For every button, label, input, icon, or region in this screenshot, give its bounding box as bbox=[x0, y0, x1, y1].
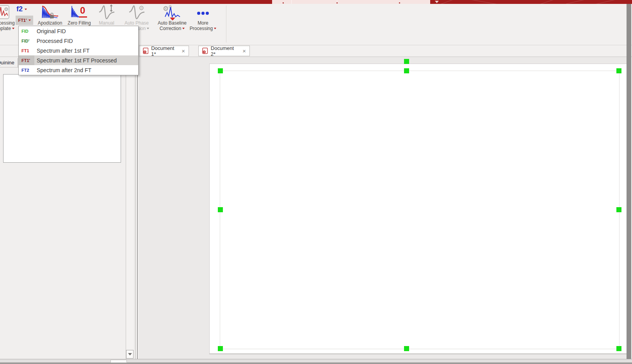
svg-text:⚙: ⚙ bbox=[4, 6, 9, 12]
scrollbar-down-button[interactable] bbox=[126, 350, 134, 359]
spectrum-state-label: FT1' bbox=[18, 18, 27, 23]
processing-template-label-2: Template bbox=[0, 26, 11, 31]
menu-item-spectrum-after-2nd-ft[interactable]: FT2 Spectrum after 2nd FT bbox=[19, 65, 138, 75]
thumbnail-spectrum bbox=[4, 75, 121, 162]
page-tab-quinine[interactable]: Quinine bbox=[0, 58, 18, 67]
ribbon-bar-pattern bbox=[410, 0, 632, 4]
menu-item-original-fid[interactable]: FID Original FID bbox=[19, 26, 138, 36]
zero-filling-icon: 0 bbox=[70, 4, 88, 20]
dimension-selector-button[interactable]: f2 bbox=[16, 5, 27, 13]
more-processing-icon bbox=[194, 4, 212, 20]
selection-handle-page-top[interactable] bbox=[404, 59, 409, 64]
auto-phase-label-1: Auto Phase bbox=[122, 20, 151, 26]
menu-item-label: Spectrum after 1st FT Processed bbox=[37, 57, 117, 64]
panel-splitter[interactable] bbox=[137, 57, 138, 359]
tab-document-2[interactable]: Document 2* × bbox=[198, 46, 250, 56]
spectrum-state-selector-button[interactable]: FT1' bbox=[16, 16, 33, 25]
selection-handle-top-left[interactable] bbox=[218, 68, 223, 73]
auto-baseline-icon: ⚙ ⚙ bbox=[162, 4, 182, 20]
dropdown-caret-icon bbox=[12, 28, 14, 29]
close-icon[interactable]: × bbox=[242, 48, 246, 53]
horizontal-scrollbar[interactable] bbox=[0, 359, 632, 362]
menu-badge: FT2 bbox=[19, 65, 34, 75]
apodization-label: Apodization bbox=[36, 20, 64, 26]
dropdown-caret-icon bbox=[28, 20, 31, 21]
horizontal-scrollbar-thumb[interactable] bbox=[110, 360, 127, 363]
document-icon bbox=[202, 48, 208, 54]
page-thumbnail[interactable] bbox=[3, 74, 121, 163]
page-shadow-strip bbox=[627, 4, 631, 359]
menu-item-spectrum-after-1st-ft-processed[interactable]: FT1' Spectrum after 1st FT Processed bbox=[19, 55, 138, 65]
menu-item-processed-fid[interactable]: FID' Processed FID bbox=[19, 36, 138, 46]
ribbon-tab-text-remnant bbox=[283, 2, 284, 4]
ribbon-tab-text-remnant bbox=[336, 2, 338, 4]
tab-document-1[interactable]: Document 1* × bbox=[139, 46, 189, 56]
selection-handle-top-mid[interactable] bbox=[404, 68, 409, 73]
ribbon-group-separator bbox=[226, 5, 226, 43]
auto-baseline-correction-button[interactable]: ⚙ ⚙ Auto Baseline Correction bbox=[155, 4, 190, 44]
panel-splitter[interactable] bbox=[135, 57, 135, 359]
dimension-label: f2 bbox=[16, 5, 23, 13]
selection-handle-bottom-right[interactable] bbox=[616, 346, 621, 351]
processing-template-icon: ⚙ bbox=[0, 4, 10, 20]
selection-handle-mid-right[interactable] bbox=[616, 207, 621, 212]
page-tab-border bbox=[0, 67, 18, 67]
close-icon[interactable]: × bbox=[182, 48, 185, 53]
menu-badge: FID' bbox=[19, 36, 34, 46]
menu-badge: FID bbox=[19, 26, 34, 36]
pages-panel-scrollbar[interactable] bbox=[126, 58, 134, 359]
apodization-icon bbox=[41, 4, 59, 20]
selection-handle-bottom-mid[interactable] bbox=[404, 346, 409, 351]
selection-handle-mid-left[interactable] bbox=[218, 207, 223, 212]
ribbon-collapse-caret-icon[interactable] bbox=[435, 1, 439, 3]
more-processing-label-1: More bbox=[189, 20, 217, 26]
spectrum-state-menu: FID Original FID FID' Processed FID FT1 … bbox=[18, 26, 139, 75]
tab-document-1-label: Document 1* bbox=[151, 45, 179, 57]
manual-phase-icon bbox=[98, 4, 116, 20]
more-processing-label-2: Processing bbox=[190, 26, 213, 31]
hsqc-spectrum[interactable] bbox=[209, 64, 627, 353]
auto-phase-icon: ⚙ bbox=[128, 4, 146, 20]
menu-item-label: Spectrum after 2nd FT bbox=[37, 67, 91, 73]
menu-badge: FT1 bbox=[19, 46, 34, 55]
svg-text:⚙: ⚙ bbox=[163, 5, 169, 12]
zero-filling-label: Zero Filling bbox=[66, 20, 93, 26]
dropdown-caret-icon bbox=[182, 28, 185, 29]
dropdown-caret-icon bbox=[214, 28, 216, 29]
auto-baseline-label-1: Auto Baseline bbox=[155, 20, 190, 26]
more-processing-button[interactable]: More Processing bbox=[189, 4, 217, 44]
page-tab-label: Quinine bbox=[0, 60, 14, 66]
svg-text:⚙: ⚙ bbox=[139, 5, 144, 11]
selection-handle-top-right[interactable] bbox=[616, 68, 621, 73]
tab-document-2-label: Document 2* bbox=[211, 45, 240, 57]
selection-handle-bottom-left[interactable] bbox=[218, 346, 223, 351]
auto-baseline-label-2: Correction bbox=[160, 26, 181, 31]
document-icon bbox=[143, 48, 148, 54]
menu-item-spectrum-after-1st-ft[interactable]: FT1 Spectrum after 1st FT bbox=[19, 46, 138, 55]
menu-item-label: Original FID bbox=[37, 28, 66, 34]
menu-item-label: Spectrum after 1st FT bbox=[37, 48, 89, 54]
svg-text:0: 0 bbox=[80, 5, 85, 16]
window-bottom-edge bbox=[0, 362, 632, 364]
ribbon-active-tab-remnant[interactable] bbox=[272, 0, 430, 4]
menu-item-label: Processed FID bbox=[37, 38, 73, 44]
ribbon-tab-separator bbox=[291, 0, 292, 4]
manual-correction-label-1: Manual bbox=[93, 20, 120, 26]
arrow-down-icon bbox=[128, 353, 132, 355]
ribbon-tab-text-remnant bbox=[399, 2, 400, 4]
dropdown-caret-icon bbox=[25, 9, 27, 10]
menu-badge: FT1' bbox=[19, 55, 34, 65]
dropdown-caret-icon bbox=[147, 28, 149, 29]
